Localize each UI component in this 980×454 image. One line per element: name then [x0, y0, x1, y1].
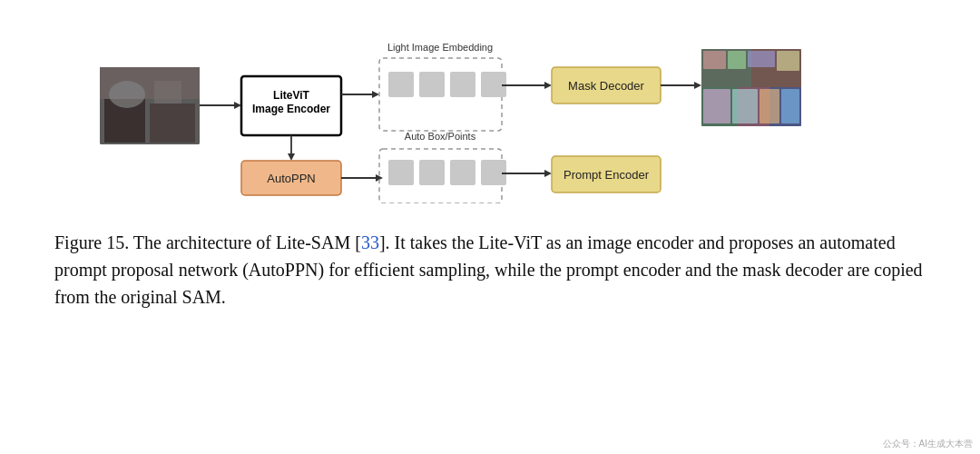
- svg-rect-18: [419, 72, 445, 97]
- svg-rect-34: [728, 51, 746, 69]
- caption-area: Figure 15. The architecture of Lite-SAM …: [0, 212, 980, 320]
- svg-rect-50: [419, 160, 445, 185]
- svg-text:Light Image Embedding: Light Image Embedding: [387, 42, 493, 53]
- svg-rect-36: [777, 51, 799, 71]
- figure-number: Figure 15.: [54, 232, 129, 252]
- watermark-text: 公众号：AI生成大本营: [883, 438, 973, 450]
- svg-rect-37: [703, 89, 730, 123]
- svg-rect-39: [760, 89, 779, 123]
- svg-text:LiteViT: LiteViT: [273, 89, 309, 102]
- svg-text:Prompt Encoder: Prompt Encoder: [564, 168, 650, 182]
- svg-rect-19: [450, 72, 475, 97]
- svg-marker-42: [288, 153, 295, 161]
- svg-rect-51: [450, 160, 475, 185]
- svg-point-5: [109, 81, 145, 108]
- svg-rect-33: [703, 51, 726, 69]
- diagram-area: LiteViT Image Encoder Light Image Embedd…: [0, 0, 980, 212]
- diagram-wrapper: LiteViT Image Encoder Light Image Embedd…: [100, 22, 880, 203]
- svg-rect-40: [781, 89, 799, 123]
- svg-marker-54: [544, 170, 552, 177]
- svg-rect-35: [748, 51, 775, 67]
- svg-rect-17: [388, 72, 414, 97]
- svg-marker-22: [544, 82, 552, 89]
- svg-text:Image Encoder: Image Encoder: [252, 103, 330, 115]
- svg-rect-52: [481, 160, 506, 185]
- svg-text:AutoPPN: AutoPPN: [267, 172, 315, 185]
- svg-marker-14: [372, 91, 379, 98]
- svg-rect-49: [388, 160, 414, 185]
- svg-rect-20: [481, 72, 506, 97]
- caption-ref: 33: [361, 232, 379, 252]
- svg-rect-3: [150, 104, 195, 143]
- diagram-svg: LiteViT Image Encoder Light Image Embedd…: [100, 22, 880, 203]
- caption-text-before-ref: The architecture of Lite-SAM [: [129, 232, 361, 252]
- svg-rect-6: [154, 81, 181, 104]
- svg-rect-38: [732, 89, 758, 123]
- svg-marker-26: [694, 82, 701, 89]
- svg-text:Mask Decoder: Mask Decoder: [568, 79, 644, 93]
- svg-text:Auto Box/Points: Auto Box/Points: [405, 131, 476, 142]
